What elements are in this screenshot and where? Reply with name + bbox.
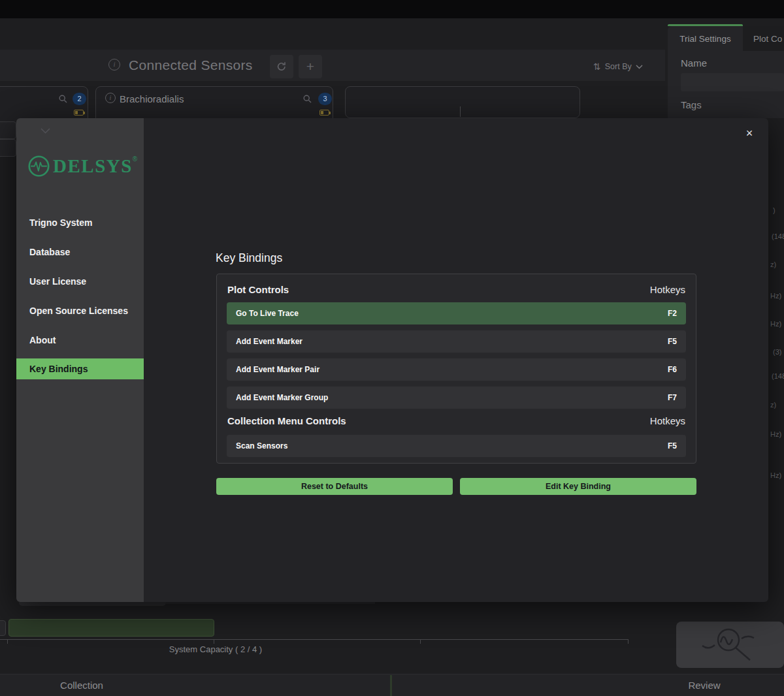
edit-key-binding-button[interactable]: Edit Key Binding	[460, 478, 696, 495]
section-collection-menu-controls: Collection Menu Controls Hotkeys	[227, 413, 685, 428]
capacity-tick	[420, 639, 421, 644]
tab-trial-settings[interactable]: Trial Settings	[668, 26, 743, 51]
tab-review[interactable]: Review	[672, 680, 737, 691]
clipped-label-fragment: )	[773, 206, 776, 214]
page-title: Connected Sensors	[129, 57, 253, 73]
tags-label: Tags	[681, 99, 702, 110]
binding-hotkey: F5	[668, 337, 677, 346]
section-plot-controls: Plot Controls Hotkeys	[227, 281, 685, 297]
plot-cursor-line	[460, 106, 461, 117]
section-header: Plot Controls	[227, 284, 289, 295]
keybinding-row-go-to-live-trace[interactable]: Go To Live Trace F2	[227, 302, 686, 324]
binding-label: Scan Sensors	[236, 441, 287, 451]
sidebar-item-trigno-system[interactable]: Trigno System	[16, 212, 144, 233]
registered-mark: ®	[133, 155, 137, 163]
keybinding-row-add-event-marker-pair[interactable]: Add Event Marker Pair F6	[227, 358, 686, 381]
binding-label: Add Event Marker Group	[236, 393, 328, 402]
waveform-magnifier-icon	[698, 625, 759, 665]
background-panel-fragment	[0, 139, 16, 157]
binding-label: Add Event Marker	[236, 337, 302, 346]
tab-collection[interactable]: Collection	[39, 680, 124, 691]
capacity-tick	[628, 639, 629, 644]
clipped-label-fragment: z)	[770, 261, 776, 268]
close-dialog-button[interactable]: ×	[740, 123, 759, 143]
clipped-label-fragment: z)	[770, 401, 776, 409]
background-bar-fragment	[19, 602, 166, 606]
delsys-pulse-icon	[27, 155, 50, 178]
window-titlebar	[0, 0, 784, 18]
hotkeys-column-header: Hotkeys	[650, 415, 685, 426]
system-capacity-fill	[8, 619, 214, 637]
sort-by-control[interactable]: ⇅ Sort By	[593, 55, 661, 78]
search-icon[interactable]	[58, 94, 68, 104]
sensor-count-badge: 3	[318, 93, 332, 105]
review-drop-target[interactable]	[676, 622, 784, 668]
reset-to-defaults-button[interactable]: Reset to Defaults	[216, 478, 453, 495]
keybinding-row-add-event-marker[interactable]: Add Event Marker F5	[227, 330, 686, 353]
key-bindings-title: Key Bindings	[216, 251, 282, 265]
battery-icon	[74, 110, 84, 116]
sidebar-item-about[interactable]: About	[16, 330, 144, 351]
sidebar-item-open-source-licenses[interactable]: Open Source Licenses	[16, 300, 144, 321]
battery-icon	[319, 110, 329, 116]
sidebar-item-database[interactable]: Database	[16, 242, 144, 262]
binding-label: Add Event Marker Pair	[236, 365, 319, 374]
sort-arrows-icon: ⇅	[593, 61, 601, 72]
binding-hotkey: F6	[668, 365, 677, 374]
keybinding-row-add-event-marker-group[interactable]: Add Event Marker Group F7	[227, 387, 686, 409]
clipped-label-fragment: (148	[772, 232, 784, 240]
sort-by-label: Sort By	[605, 62, 632, 71]
connected-sensors-header	[0, 50, 665, 81]
binding-label: Go To Live Trace	[236, 309, 299, 318]
clipped-label-fragment: Hz)	[770, 320, 781, 328]
binding-hotkey: F7	[668, 393, 677, 402]
refresh-icon	[276, 61, 287, 72]
clipped-label-fragment: Hz)	[770, 292, 781, 300]
clipped-label-fragment: (148	[772, 372, 784, 380]
chevron-down-icon	[636, 65, 643, 69]
clipped-label-fragment: (3)	[773, 348, 781, 356]
clipped-label-fragment: Hz)	[770, 430, 781, 438]
tab-plot-configuration[interactable]: Plot Co	[743, 26, 784, 51]
add-sensor-button[interactable]: +	[299, 55, 322, 78]
name-label: Name	[681, 57, 707, 69]
hotkeys-column-header: Hotkeys	[650, 284, 685, 295]
search-icon[interactable]	[302, 94, 312, 104]
background-panel-fragment	[0, 121, 16, 139]
delsys-logo: DELSYS ®	[27, 155, 137, 178]
capacity-segment-offscreen	[0, 620, 6, 636]
trial-name-input[interactable]	[681, 73, 784, 91]
sidebar-item-user-license[interactable]: User License	[16, 271, 144, 292]
binding-hotkey: F2	[668, 309, 677, 318]
sidebar-item-key-bindings[interactable]: Key Bindings	[16, 358, 144, 379]
settings-dialog: × DELSYS ® Trigno System Database User L…	[16, 118, 768, 602]
sensor-card-empty[interactable]	[345, 86, 580, 118]
info-icon: i	[105, 93, 116, 103]
sensor-name: Brachioradialis	[120, 93, 184, 104]
background-bar-fragment	[166, 602, 375, 604]
section-header: Collection Menu Controls	[227, 415, 346, 426]
capacity-tick	[214, 639, 214, 644]
chevron-down-icon	[41, 128, 50, 134]
app-window: i Connected Sensors + ⇅ Sort By 2 i Brac…	[0, 0, 784, 696]
key-bindings-panel: Plot Controls Hotkeys Go To Live Trace F…	[216, 274, 696, 464]
delsys-wordmark: DELSYS	[53, 155, 133, 177]
capacity-tick	[7, 639, 8, 644]
binding-hotkey: F5	[668, 441, 677, 451]
keybinding-row-scan-sensors[interactable]: Scan Sensors F5	[227, 435, 686, 457]
clipped-label-fragment: Hz)	[770, 471, 781, 479]
refresh-sensors-button[interactable]	[270, 55, 293, 78]
info-icon: i	[108, 59, 120, 71]
system-capacity-label: System Capacity ( 2 / 4 )	[134, 644, 297, 654]
tab-divider	[390, 675, 392, 696]
plus-icon: +	[306, 59, 314, 74]
system-capacity-track	[0, 639, 629, 640]
sensor-count-badge: 2	[73, 93, 86, 105]
